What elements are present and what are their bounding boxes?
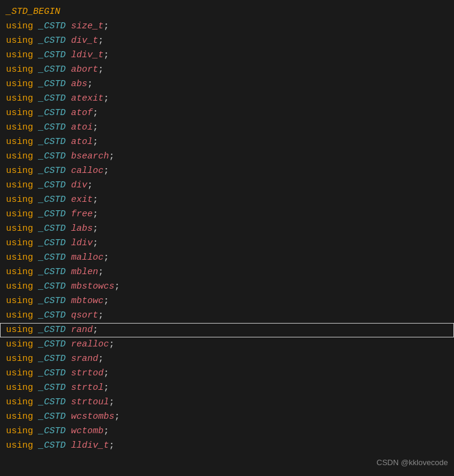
code-line: using _CSTD wcstombs;	[0, 410, 454, 424]
keyword-cstd: _CSTD	[39, 440, 66, 451]
semicolon: ;	[93, 224, 98, 234]
function-name: realloc	[71, 339, 109, 349]
keyword-using: using	[6, 267, 33, 277]
semicolon: ;	[98, 354, 104, 364]
semicolon: ;	[98, 36, 104, 46]
function-name: wctomb	[71, 426, 104, 436]
keyword-using: using	[6, 440, 33, 451]
semicolon: ;	[104, 50, 109, 60]
keyword-cstd: _CSTD	[39, 412, 66, 422]
function-name: size_t	[71, 21, 104, 31]
semicolon: ;	[104, 166, 109, 176]
function-name: ldiv	[71, 238, 93, 248]
keyword-using: using	[6, 195, 33, 205]
keyword-using: using	[6, 412, 33, 422]
code-line: using _CSTD rand;	[0, 323, 454, 337]
code-line: using _CSTD malloc;	[0, 251, 454, 265]
keyword-cstd: _CSTD	[39, 151, 66, 161]
keyword-using: using	[6, 252, 33, 263]
keyword-using: using	[6, 281, 33, 292]
code-container: _STD_BEGINusing _CSTD size_t;using _CSTD…	[0, 0, 454, 476]
semicolon: ;	[104, 296, 109, 306]
code-line: using _CSTD atol;	[0, 135, 454, 149]
keyword-using: using	[6, 310, 33, 321]
code-line: using _CSTD lldiv_t;	[0, 439, 454, 453]
semicolon: ;	[93, 195, 98, 205]
semicolon: ;	[104, 426, 109, 436]
code-line: using _CSTD bsearch;	[0, 149, 454, 164]
code-line: using _CSTD size_t;	[0, 19, 454, 34]
keyword-cstd: _CSTD	[39, 383, 66, 393]
keyword-cstd: _CSTD	[39, 36, 66, 46]
keyword-using: using	[6, 426, 33, 436]
keyword-using: using	[6, 93, 33, 104]
keyword-cstd: _CSTD	[39, 166, 66, 176]
code-line: using _CSTD realloc;	[0, 337, 454, 352]
code-line: using _CSTD div_t;	[0, 34, 454, 48]
code-line: using _CSTD atoi;	[0, 121, 454, 135]
function-name: ldiv_t	[71, 50, 104, 60]
semicolon: ;	[109, 151, 114, 161]
function-name: malloc	[71, 252, 104, 263]
keyword-using: using	[6, 383, 33, 393]
keyword-cstd: _CSTD	[39, 122, 66, 133]
code-line: using _CSTD wctomb;	[0, 424, 454, 439]
code-line: _STD_BEGIN	[0, 5, 454, 19]
keyword-cstd: _CSTD	[39, 397, 66, 407]
keyword-cstd: _CSTD	[39, 224, 66, 234]
keyword-cstd: _CSTD	[39, 296, 66, 306]
keyword-cstd: _CSTD	[39, 354, 66, 364]
keyword-cstd: _CSTD	[39, 180, 66, 190]
keyword-using: using	[6, 180, 33, 190]
semicolon: ;	[98, 64, 104, 75]
code-line: using _CSTD atexit;	[0, 92, 454, 106]
keyword-using: using	[6, 151, 33, 161]
function-name: mblen	[71, 267, 98, 277]
keyword-using: using	[6, 21, 33, 31]
keyword-cstd: _CSTD	[39, 64, 66, 75]
function-name: strtoul	[71, 397, 109, 407]
watermark-label: CSDN @kklovecode	[376, 456, 448, 470]
semicolon: ;	[93, 137, 98, 147]
code-line: using _CSTD strtoul;	[0, 395, 454, 410]
code-line: using _CSTD qsort;	[0, 308, 454, 323]
semicolon: ;	[98, 267, 104, 277]
code-line: using _CSTD labs;	[0, 222, 454, 236]
code-line: using _CSTD free;	[0, 207, 454, 222]
function-name: abs	[71, 79, 87, 89]
keyword-cstd: _CSTD	[39, 339, 66, 349]
semicolon: ;	[93, 325, 98, 335]
code-line: using _CSTD mbtowc;	[0, 294, 454, 308]
function-name: strtol	[71, 383, 104, 393]
function-name: abort	[71, 64, 98, 75]
keyword-using: using	[6, 354, 33, 364]
function-name: mbtowc	[71, 296, 104, 306]
keyword-cstd: _CSTD	[39, 368, 66, 378]
keyword-using: using	[6, 397, 33, 407]
function-name: lldiv_t	[71, 440, 109, 451]
keyword-cstd: _CSTD	[39, 137, 66, 147]
semicolon: ;	[109, 440, 114, 451]
directive-text: _STD_BEGIN	[6, 7, 60, 17]
code-line: using _CSTD calloc;	[0, 164, 454, 178]
keyword-cstd: _CSTD	[39, 195, 66, 205]
keyword-using: using	[6, 50, 33, 60]
function-name: exit	[71, 195, 93, 205]
keyword-using: using	[6, 36, 33, 46]
function-name: wcstombs	[71, 412, 114, 422]
keyword-using: using	[6, 325, 33, 335]
function-name: atof	[71, 108, 93, 118]
keyword-cstd: _CSTD	[39, 238, 66, 248]
semicolon: ;	[104, 368, 109, 378]
function-name: strtod	[71, 368, 104, 378]
semicolon: ;	[104, 383, 109, 393]
keyword-cstd: _CSTD	[39, 310, 66, 321]
keyword-using: using	[6, 238, 33, 248]
code-line: using _CSTD srand;	[0, 352, 454, 366]
semicolon: ;	[104, 93, 109, 104]
code-line: using _CSTD exit;	[0, 193, 454, 207]
keyword-cstd: _CSTD	[39, 79, 66, 89]
keyword-using: using	[6, 339, 33, 349]
keyword-cstd: _CSTD	[39, 281, 66, 292]
function-name: mbstowcs	[71, 281, 114, 292]
